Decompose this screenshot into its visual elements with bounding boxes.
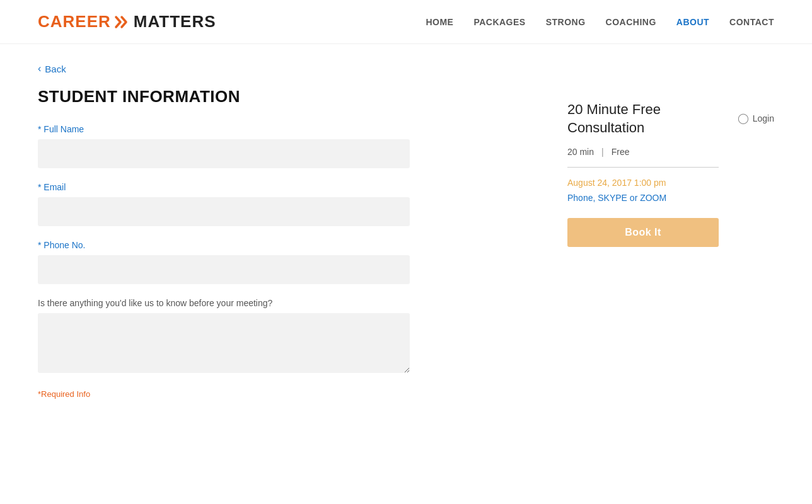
back-chevron-icon: ‹	[38, 63, 41, 74]
login-label: Login	[753, 113, 774, 123]
meta-separator: |	[601, 147, 604, 157]
nav-home[interactable]: HOME	[426, 17, 453, 27]
phone-group: * Phone No.	[38, 240, 530, 284]
notes-group: Is there anything you'd like us to know …	[38, 298, 530, 375]
sidebar-section: 20 Minute Free Consultation 20 min | Fre…	[567, 63, 719, 399]
consultation-title: 20 Minute Free Consultation	[567, 101, 719, 137]
full-name-label: * Full Name	[38, 124, 530, 134]
login-link[interactable]: ◯ Login	[738, 112, 774, 124]
site-header: CAREER MATTERS HOME PACKAGES STRONG COAC…	[0, 0, 812, 44]
page-title: STUDENT INFORMATION	[38, 87, 530, 106]
back-label: Back	[45, 64, 66, 74]
email-label: * Email	[38, 182, 530, 192]
full-name-input[interactable]	[38, 139, 410, 168]
required-info: *Required Info	[38, 389, 530, 399]
nav-packages[interactable]: PACKAGES	[473, 17, 525, 27]
main-nav: HOME PACKAGES STRONG COACHING ABOUT CONT…	[426, 17, 774, 27]
consultation-date: August 24, 2017 1:00 pm	[567, 178, 719, 188]
email-input[interactable]	[38, 197, 410, 226]
logo-matters: MATTERS	[134, 12, 216, 32]
duration-label: 20 min	[567, 147, 594, 157]
nav-about[interactable]: ABOUT	[676, 17, 709, 27]
user-icon: ◯	[738, 112, 749, 124]
nav-coaching[interactable]: COACHING	[606, 17, 656, 27]
consultation-location: Phone, SKYPE or ZOOM	[567, 193, 719, 203]
price-label: Free	[612, 147, 630, 157]
logo-career: CAREER	[38, 12, 111, 32]
nav-strong[interactable]: STRONG	[546, 17, 586, 27]
logo: CAREER MATTERS	[38, 12, 216, 32]
logo-chevrons-icon	[113, 13, 131, 31]
book-it-button[interactable]: Book It	[567, 218, 719, 247]
notes-textarea[interactable]	[38, 313, 410, 373]
back-link[interactable]: ‹ Back	[38, 63, 530, 74]
nav-contact[interactable]: CONTACT	[729, 17, 774, 27]
consultation-meta: 20 min | Free	[567, 147, 719, 168]
form-section: ‹ Back STUDENT INFORMATION * Full Name *…	[38, 63, 530, 399]
full-name-group: * Full Name	[38, 124, 530, 168]
email-group: * Email	[38, 182, 530, 226]
notes-label: Is there anything you'd like us to know …	[38, 298, 530, 308]
phone-input[interactable]	[38, 255, 410, 284]
main-content: ‹ Back STUDENT INFORMATION * Full Name *…	[0, 44, 812, 424]
phone-label: * Phone No.	[38, 240, 530, 250]
